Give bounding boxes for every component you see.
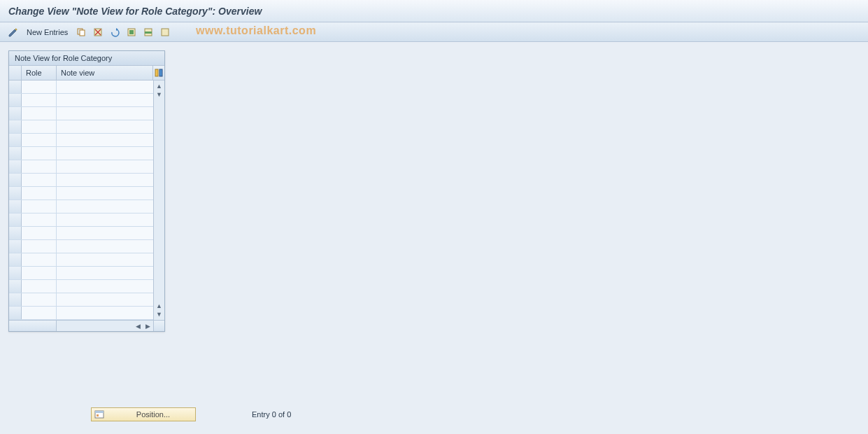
cell-role[interactable] xyxy=(22,214,57,226)
cell-role[interactable] xyxy=(22,134,57,146)
select-all-icon[interactable] xyxy=(125,26,138,38)
cell-role[interactable] xyxy=(22,267,57,279)
table-row[interactable] xyxy=(9,214,153,227)
cell-note[interactable] xyxy=(57,214,153,226)
cell-note[interactable] xyxy=(57,107,153,120)
row-selector[interactable] xyxy=(9,107,22,120)
svg-rect-6 xyxy=(145,31,152,34)
cell-note[interactable] xyxy=(57,293,153,306)
table-row[interactable] xyxy=(9,200,153,214)
row-selector[interactable] xyxy=(9,240,22,253)
cell-note[interactable] xyxy=(57,174,153,186)
column-header-role[interactable]: Role xyxy=(22,66,57,80)
row-selector[interactable] xyxy=(9,293,22,306)
configure-columns-icon[interactable] xyxy=(153,66,164,80)
table-row[interactable] xyxy=(9,280,153,293)
cell-role[interactable] xyxy=(22,107,57,120)
row-selector[interactable] xyxy=(9,187,22,200)
column-header-note[interactable]: Note view xyxy=(57,66,153,80)
cell-role[interactable] xyxy=(22,120,57,133)
scroll-down-icon[interactable]: ▼ xyxy=(155,310,164,318)
cell-role[interactable] xyxy=(22,187,57,200)
cell-role[interactable] xyxy=(22,94,57,106)
position-button[interactable]: Position... xyxy=(91,407,196,421)
row-selector[interactable] xyxy=(9,80,22,93)
cell-note[interactable] xyxy=(57,240,153,253)
cell-role[interactable] xyxy=(22,227,57,239)
table-row[interactable] xyxy=(9,174,153,187)
deselect-all-icon[interactable] xyxy=(159,26,171,38)
undo-change-icon[interactable] xyxy=(108,26,121,38)
row-selector[interactable] xyxy=(9,174,22,186)
row-selector[interactable] xyxy=(9,267,22,279)
table-row[interactable] xyxy=(9,307,153,320)
table-row[interactable] xyxy=(9,147,153,160)
row-selector[interactable] xyxy=(9,280,22,293)
scroll-up-icon[interactable]: ▲ xyxy=(155,302,164,310)
scroll-up-icon[interactable]: ▲ xyxy=(155,82,164,90)
cell-note[interactable] xyxy=(57,120,153,133)
row-selector[interactable] xyxy=(9,200,22,213)
cell-note[interactable] xyxy=(57,307,153,319)
cell-role[interactable] xyxy=(22,307,57,319)
table-row[interactable] xyxy=(9,134,153,147)
cell-role[interactable] xyxy=(22,280,57,293)
table-row[interactable] xyxy=(9,120,153,134)
cell-role[interactable] xyxy=(22,240,57,253)
scroll-down-icon[interactable]: ▼ xyxy=(155,90,164,99)
horizontal-scrollbar[interactable]: ◀ ▶ xyxy=(9,320,164,331)
row-selector[interactable] xyxy=(9,134,22,146)
footer-bar: Position... Entry 0 of 0 xyxy=(91,407,291,421)
row-selector[interactable] xyxy=(9,94,22,106)
hscroll-track[interactable]: ◀ ▶ xyxy=(57,322,153,330)
cell-role[interactable] xyxy=(22,200,57,213)
cell-role[interactable] xyxy=(22,293,57,306)
grid-rows xyxy=(9,80,153,320)
table-row[interactable] xyxy=(9,107,153,120)
scroll-right-icon[interactable]: ▶ xyxy=(143,322,152,330)
row-selector[interactable] xyxy=(9,227,22,239)
new-entries-button[interactable]: New Entries xyxy=(24,28,71,36)
table-row[interactable] xyxy=(9,293,153,307)
cell-note[interactable] xyxy=(57,94,153,106)
grid-header-row: Role Note view xyxy=(9,66,164,80)
vertical-scrollbar[interactable]: ▲ ▼ ▲ ▼ xyxy=(153,80,164,320)
delete-icon[interactable] xyxy=(92,26,104,38)
cell-role[interactable] xyxy=(22,174,57,186)
toggle-display-change-icon[interactable] xyxy=(7,26,20,38)
row-selector[interactable] xyxy=(9,307,22,319)
table-row[interactable] xyxy=(9,80,153,94)
cell-note[interactable] xyxy=(57,80,153,93)
main-area: Note View for Role Category Role Note vi… xyxy=(0,42,868,434)
cell-role[interactable] xyxy=(22,147,57,160)
cell-note[interactable] xyxy=(57,280,153,293)
row-selector[interactable] xyxy=(9,147,22,160)
table-row[interactable] xyxy=(9,267,153,280)
select-block-icon[interactable] xyxy=(142,26,155,38)
position-label: Position... xyxy=(117,410,190,419)
grid-header-selector[interactable] xyxy=(9,66,22,80)
table-row[interactable] xyxy=(9,253,153,267)
table-row[interactable] xyxy=(9,240,153,253)
row-selector[interactable] xyxy=(9,253,22,266)
cell-note[interactable] xyxy=(57,134,153,146)
cell-role[interactable] xyxy=(22,160,57,173)
cell-role[interactable] xyxy=(22,253,57,266)
row-selector[interactable] xyxy=(9,120,22,133)
cell-note[interactable] xyxy=(57,147,153,160)
table-row[interactable] xyxy=(9,160,153,174)
cell-note[interactable] xyxy=(57,253,153,266)
table-row[interactable] xyxy=(9,94,153,107)
cell-note[interactable] xyxy=(57,200,153,213)
table-row[interactable] xyxy=(9,187,153,200)
row-selector[interactable] xyxy=(9,214,22,226)
scroll-left-icon[interactable]: ◀ xyxy=(134,322,142,330)
cell-role[interactable] xyxy=(22,80,57,93)
copy-as-icon[interactable] xyxy=(75,26,87,38)
cell-note[interactable] xyxy=(57,227,153,239)
cell-note[interactable] xyxy=(57,160,153,173)
cell-note[interactable] xyxy=(57,187,153,200)
cell-note[interactable] xyxy=(57,267,153,279)
row-selector[interactable] xyxy=(9,160,22,173)
table-row[interactable] xyxy=(9,227,153,240)
